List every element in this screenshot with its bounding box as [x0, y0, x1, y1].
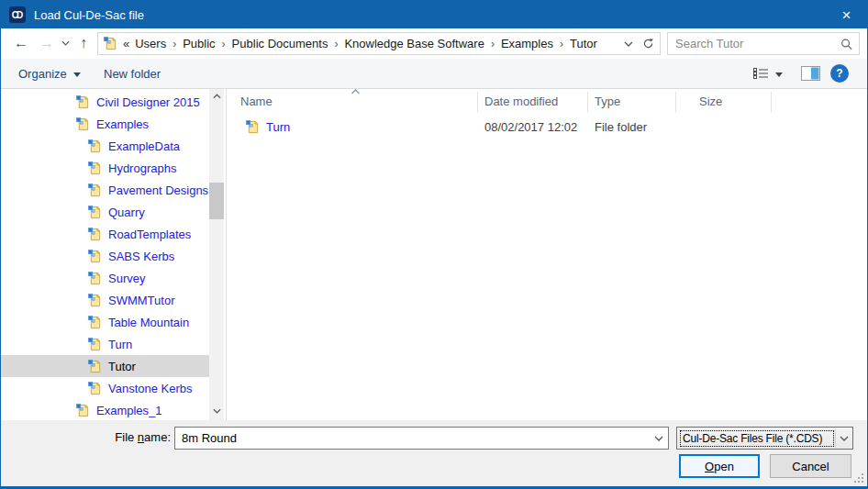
window-title: Load Cul-De-Sac file: [34, 8, 144, 22]
breadcrumb-tutor[interactable]: Tutor: [568, 37, 599, 50]
column-divider[interactable]: [771, 92, 772, 113]
folder-icon: [88, 272, 102, 285]
breadcrumb-knowledge-base-software[interactable]: Knowledge Base Software: [342, 37, 485, 50]
search-input[interactable]: [668, 37, 840, 50]
dialog-content: Civil Designer 2015 Examples ExampleData…: [1, 89, 867, 420]
folder-icon: [88, 250, 102, 263]
folder-icon: [88, 228, 102, 241]
folder-icon: [104, 37, 117, 50]
tree-item-examples[interactable]: Examples: [1, 113, 210, 135]
tree-item-quarry[interactable]: Quarry: [1, 201, 210, 223]
folder-icon: [88, 316, 102, 329]
file-type-combobox[interactable]: Cul-De-Sac Files File (*.CDS): [676, 427, 853, 450]
organize-dropdown-icon: [73, 72, 81, 77]
new-folder-button[interactable]: New folder: [98, 59, 166, 88]
address-bar[interactable]: « Users › Public › Public Documents › Kn…: [97, 32, 638, 55]
app-logo-icon: CD: [9, 6, 26, 23]
refresh-button[interactable]: [637, 32, 661, 55]
organize-label: Organize: [18, 67, 67, 81]
folder-icon: [246, 120, 260, 134]
new-folder-label: New folder: [104, 67, 161, 81]
file-name-input[interactable]: [175, 431, 650, 445]
recent-locations-dropdown[interactable]: [61, 40, 70, 46]
column-header-date-modified[interactable]: Date modified: [484, 94, 558, 108]
tree-item-hydrographs[interactable]: Hydrographs: [1, 157, 210, 179]
navigation-bar: ← → ↑ « Users › Public › Public Document…: [1, 28, 867, 59]
search-icon[interactable]: [840, 38, 852, 50]
folder-icon: [88, 206, 102, 219]
tree-item-table-mountain[interactable]: Table Mountain: [1, 311, 210, 333]
tree-item-exampledata[interactable]: ExampleData: [1, 135, 210, 157]
pane-divider: [226, 89, 227, 420]
column-header-name[interactable]: Name: [240, 94, 273, 108]
scroll-up-icon[interactable]: [209, 89, 224, 104]
back-button[interactable]: ←: [14, 36, 28, 50]
tree-item-turn[interactable]: Turn: [1, 333, 210, 355]
crumb-separator-icon[interactable]: ›: [217, 38, 230, 50]
file-type-dropdown-icon[interactable]: [835, 428, 852, 448]
file-name-cell[interactable]: Turn: [266, 120, 290, 134]
up-button[interactable]: ↑: [80, 36, 87, 50]
breadcrumb-examples[interactable]: Examples: [499, 37, 555, 50]
file-type-value: Cul-De-Sac Files File (*.CDS): [680, 430, 834, 447]
cancel-button[interactable]: Cancel: [770, 454, 851, 478]
sort-ascending-icon: [351, 89, 361, 94]
help-icon: ?: [836, 67, 842, 80]
file-name-dropdown-icon[interactable]: [650, 436, 668, 441]
refresh-icon: [642, 38, 654, 50]
tree-item-sabs-kerbs[interactable]: SABS Kerbs: [1, 245, 210, 267]
folder-icon: [88, 183, 102, 197]
resize-grip[interactable]: [854, 473, 864, 483]
file-name-label: File name:: [1, 430, 171, 444]
close-button[interactable]: ×: [826, 1, 867, 28]
command-toolbar: Organize New folder ?: [1, 59, 867, 89]
dialog-footer: File name: Cul-De-Sac Files File (*.CDS)…: [1, 420, 867, 486]
column-divider[interactable]: [587, 92, 588, 113]
title-bar: CD Load Cul-De-Sac file ×: [1, 1, 867, 28]
forward-button[interactable]: →: [39, 36, 54, 50]
date-modified-cell: 08/02/2017 12:02: [484, 120, 577, 134]
folder-icon: [76, 404, 90, 417]
column-divider[interactable]: [675, 92, 676, 113]
tree-item-pavement-designs[interactable]: Pavement Designs: [1, 179, 210, 201]
tree-item-examples-1[interactable]: Examples_1: [1, 399, 210, 420]
tree-item-swmmtutor[interactable]: SWMMTutor: [1, 289, 210, 311]
help-button[interactable]: ?: [830, 64, 849, 83]
tree-item-civil-designer-2015[interactable]: Civil Designer 2015: [1, 91, 210, 113]
address-dropdown-icon[interactable]: [624, 41, 633, 47]
tree-item-survey[interactable]: Survey: [1, 267, 210, 289]
search-box: [667, 32, 860, 55]
change-view-button[interactable]: [753, 59, 783, 88]
tree-scrollbar[interactable]: [209, 89, 224, 420]
open-button[interactable]: Open: [679, 454, 760, 478]
folder-icon: [88, 139, 102, 153]
tree-item-tutor-selected[interactable]: Tutor: [1, 355, 210, 377]
breadcrumb-overflow-icon[interactable]: «: [117, 37, 133, 50]
column-header-size[interactable]: Size: [699, 94, 722, 108]
preview-pane-button[interactable]: [801, 66, 820, 81]
breadcrumb-users[interactable]: Users: [133, 37, 168, 50]
file-dialog-window: CD Load Cul-De-Sac file × ← → ↑ « Users …: [0, 0, 868, 489]
breadcrumb-public[interactable]: Public: [181, 37, 217, 50]
tree-item-vanstone-kerbs[interactable]: Vanstone Kerbs: [1, 377, 210, 399]
crumb-separator-icon[interactable]: ›: [486, 38, 499, 50]
file-name-combobox: [174, 427, 669, 450]
folder-icon: [88, 161, 102, 175]
column-header-type[interactable]: Type: [595, 94, 620, 108]
column-divider[interactable]: [477, 92, 478, 113]
view-dropdown-icon: [775, 72, 783, 77]
organize-button[interactable]: Organize: [13, 59, 86, 88]
breadcrumb-public-documents[interactable]: Public Documents: [230, 37, 330, 50]
crumb-separator-icon[interactable]: ›: [168, 38, 181, 50]
file-row-turn[interactable]: Turn 08/02/2017 12:02 File folder: [228, 117, 867, 139]
tree-item-roadtemplates[interactable]: RoadTemplates: [1, 223, 210, 245]
details-view-icon: [753, 67, 769, 80]
scrollbar-thumb[interactable]: [209, 183, 224, 219]
crumb-separator-icon[interactable]: ›: [329, 38, 342, 50]
scroll-down-icon[interactable]: [209, 404, 224, 418]
crumb-separator-icon[interactable]: ›: [555, 38, 568, 50]
folder-icon: [88, 382, 102, 395]
preview-pane-icon: [801, 66, 820, 81]
folder-icon: [76, 117, 90, 131]
list-header: Name Date modified Type Size: [228, 89, 867, 115]
